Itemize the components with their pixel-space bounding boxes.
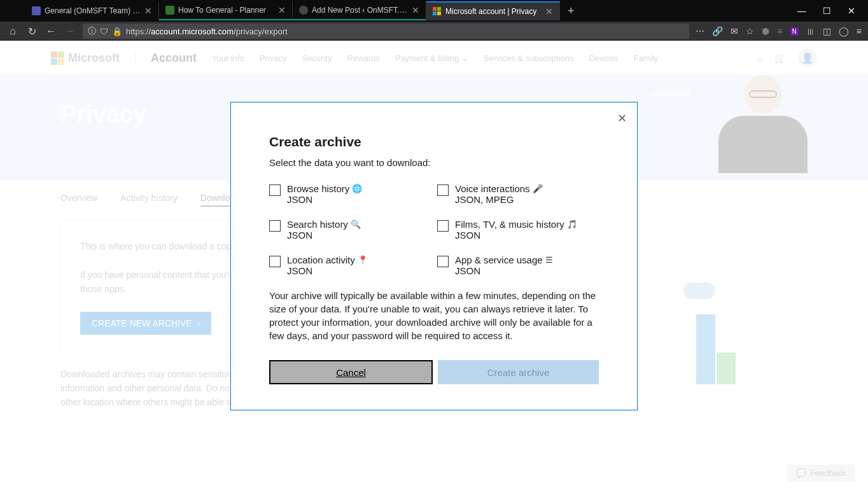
forward-icon[interactable]: → — [64, 25, 76, 37]
location-icon: 📍 — [358, 255, 368, 265]
checkbox[interactable] — [269, 185, 281, 196]
option-app-usage[interactable]: App & service usage ☰ JSON — [437, 254, 599, 276]
tab-title: Add New Post ‹ OnMSFT.com — W — [312, 6, 408, 15]
option-format: JSON — [455, 265, 553, 276]
close-window-icon[interactable]: ✕ — [848, 6, 855, 16]
bookmark-icon[interactable]: ☆ — [746, 26, 754, 36]
cancel-button[interactable]: Cancel — [269, 360, 433, 384]
option-format: JSON, MPEG — [455, 194, 543, 205]
wordpress-icon — [299, 6, 308, 15]
onenote-icon[interactable]: N — [790, 27, 799, 36]
list-icon: ☰ — [545, 255, 553, 265]
browser-chrome: General (OnMSFT Team) | Micr ✕ How To Ge… — [0, 0, 868, 41]
modal-subtitle: Select the data you want to download: — [269, 157, 599, 168]
info-icon[interactable]: ⓘ — [88, 25, 96, 37]
library-icon[interactable]: ⫼ — [806, 26, 815, 36]
archive-options: Browse history 🌐 JSON Voice interactions… — [269, 183, 599, 276]
tab-bar: General (OnMSFT Team) | Micr ✕ How To Ge… — [0, 0, 868, 22]
create-button[interactable]: Create archive — [438, 360, 599, 384]
url-text: https://account.microsoft.com/privacy/ex… — [126, 27, 288, 36]
create-archive-modal: ✕ Create archive Select the data you wan… — [230, 102, 638, 410]
address-bar: ⌂ ↻ ← → ⓘ 🛡 🔒 https://account.microsoft.… — [0, 22, 868, 41]
search-icon: 🔍 — [351, 220, 361, 229]
modal-title: Create archive — [269, 134, 599, 150]
more-icon[interactable]: ⋯ — [696, 26, 704, 36]
microsoft-icon — [433, 7, 442, 16]
close-icon[interactable]: ✕ — [545, 6, 553, 17]
window-controls: — ☐ ✕ — [797, 6, 868, 16]
tab-title: How To General - Planner — [178, 6, 274, 15]
close-icon[interactable]: ✕ — [412, 5, 419, 15]
close-icon[interactable]: ✕ — [617, 111, 627, 125]
maximize-icon[interactable]: ☐ — [823, 6, 831, 16]
browser-tab[interactable]: How To General - Planner ✕ — [159, 1, 293, 20]
account-icon[interactable]: ◯ — [839, 26, 849, 36]
modal-note: Your archive will typically be available… — [269, 289, 599, 342]
home-icon[interactable]: ⌂ — [6, 25, 19, 37]
sidebar-icon[interactable]: ◫ — [823, 26, 831, 36]
option-media-history[interactable]: Films, TV, & music history 🎵 JSON — [437, 219, 599, 241]
close-icon[interactable]: ✕ — [278, 5, 286, 15]
option-voice-interactions[interactable]: Voice interactions 🎤 JSON, MPEG — [437, 183, 599, 205]
checkbox[interactable] — [437, 220, 449, 232]
option-label: App & service usage — [455, 254, 543, 265]
minimize-icon[interactable]: — — [797, 6, 806, 16]
reload-icon[interactable]: ↻ — [25, 25, 38, 38]
menu-icon[interactable]: ≡ — [857, 26, 862, 36]
option-format: JSON — [455, 230, 577, 241]
teams-icon — [32, 6, 41, 15]
mail-icon[interactable]: ✉ — [731, 26, 738, 36]
new-tab-button[interactable]: + — [560, 4, 582, 18]
planner-icon — [165, 6, 174, 15]
extension-icon[interactable]: ⬢ — [762, 26, 769, 36]
checkbox[interactable] — [269, 220, 281, 232]
browser-tab[interactable]: Microsoft account | Privacy ✕ — [426, 1, 560, 20]
option-format: JSON — [287, 194, 362, 205]
lock-icon: 🔒 — [112, 27, 122, 36]
url-input[interactable]: ⓘ 🛡 🔒 https://account.microsoft.com/priv… — [83, 24, 689, 39]
option-label: Browse history — [287, 183, 349, 194]
checkbox[interactable] — [437, 256, 449, 267]
globe-icon: 🌐 — [352, 184, 362, 193]
option-format: JSON — [287, 230, 361, 241]
tab-title: Microsoft account | Privacy — [445, 7, 542, 16]
option-label: Location activity — [287, 254, 355, 265]
link-icon[interactable]: 🔗 — [712, 26, 723, 36]
tab-title: General (OnMSFT Team) | Micr — [45, 6, 141, 15]
back-icon[interactable]: ← — [45, 25, 57, 37]
close-icon[interactable]: ✕ — [144, 6, 152, 16]
option-browse-history[interactable]: Browse history 🌐 JSON — [269, 183, 431, 205]
option-format: JSON — [287, 265, 368, 276]
checkbox[interactable] — [269, 256, 281, 267]
option-label: Films, TV, & music history — [455, 219, 564, 230]
checkbox[interactable] — [437, 185, 449, 196]
media-icon: 🎵 — [567, 220, 577, 229]
option-search-history[interactable]: Search history 🔍 JSON — [269, 219, 431, 241]
browser-tab[interactable]: Add New Post ‹ OnMSFT.com — W ✕ — [293, 1, 426, 20]
option-label: Search history — [287, 219, 348, 230]
modal-actions: Cancel Create archive — [269, 360, 599, 384]
mic-icon: 🎤 — [533, 184, 543, 193]
extension-icon[interactable]: ≡ — [777, 26, 782, 36]
browser-tab[interactable]: General (OnMSFT Team) | Micr ✕ — [25, 1, 159, 20]
option-label: Voice interactions — [455, 183, 530, 194]
shield-icon[interactable]: 🛡 — [100, 27, 108, 36]
option-location-activity[interactable]: Location activity 📍 JSON — [269, 254, 431, 276]
